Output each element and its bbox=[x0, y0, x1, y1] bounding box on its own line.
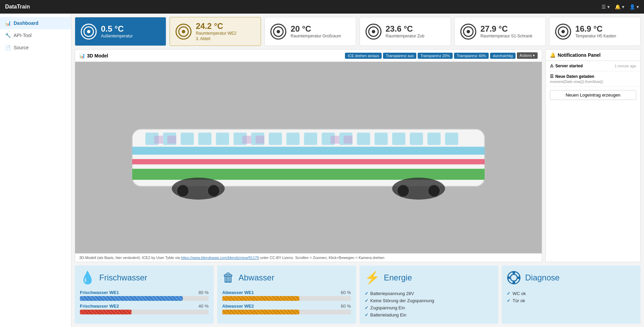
abwasser-we2-label: Abwasser WE2 bbox=[222, 304, 254, 309]
app-brand: DataTrain bbox=[5, 4, 30, 10]
model-footer: 3D-Modell (als Basis, hier verändert): I… bbox=[75, 253, 542, 262]
model-footer-text: 3D-Modell (als Basis, hier verändert): I… bbox=[79, 256, 181, 260]
energie-item-1: Batteriepsannung 28V bbox=[365, 290, 493, 297]
btn-rotate[interactable]: ICE drehen an/aus bbox=[345, 53, 382, 59]
model-title-text: 3D Model bbox=[87, 53, 108, 58]
new-log-button[interactable]: Neuen Logeintrag erzeugen bbox=[550, 90, 636, 100]
sidebar: 📊 Dashboard 🔧 API-Tool 📄 Source bbox=[0, 14, 71, 327]
notif-header: 🔔 Notifications Panel bbox=[546, 50, 640, 61]
temp-info-2: 24.2 °C Raumtemperatur WE2 3. Abteil bbox=[196, 21, 236, 41]
model-title: 📊 3D Model bbox=[79, 53, 108, 58]
btn-actions[interactable]: Actions ▾ bbox=[517, 52, 538, 59]
frischwasser-we2-value: 40 % bbox=[198, 304, 209, 309]
model-canvas[interactable] bbox=[75, 62, 542, 253]
svg-point-55 bbox=[512, 281, 515, 284]
svg-rect-19 bbox=[132, 147, 485, 154]
svg-rect-21 bbox=[132, 169, 485, 179]
model-panel: 📊 3D Model ICE drehen an/aus Transparenz… bbox=[75, 49, 542, 262]
card-abwasser: 🗑 Abwasser Abwasser WE1 60 % Abwasser WE… bbox=[217, 265, 356, 324]
svg-rect-50 bbox=[330, 136, 339, 143]
sidebar-item-source[interactable]: 📄 Source bbox=[0, 41, 71, 54]
navbar: DataTrain ☰ ▾ 🔔 ▾ 👤 ▾ bbox=[0, 0, 644, 14]
frischwasser-we2: Frischwasser WE2 40 % bbox=[80, 304, 209, 314]
abwasser-we2-bar-bg bbox=[222, 310, 351, 314]
dashboard-icon: 📊 bbox=[5, 20, 11, 26]
model-footer-link[interactable]: https://www.blendswap.com/blends/view/81… bbox=[181, 256, 259, 260]
svg-point-42 bbox=[177, 185, 189, 197]
temp-tile-zub: 23.6 °C Raumtemperatur Zub bbox=[360, 17, 451, 46]
navbar-bell-icon[interactable]: 🔔 ▾ bbox=[615, 4, 624, 10]
svg-rect-49 bbox=[256, 136, 264, 143]
bottom-cards-row: 💧 Frischwasser Frischwasser WE1 80 % Fri… bbox=[75, 265, 641, 324]
svg-rect-31 bbox=[304, 133, 317, 145]
svg-rect-37 bbox=[410, 133, 423, 145]
notif-daten-title: ☰ Neue Daten geladen bbox=[550, 74, 594, 79]
notif-server-title-text: Server started bbox=[555, 64, 583, 68]
energie-icon: ⚡ bbox=[365, 271, 380, 285]
temp-tile-raumtemp-we2: 24.2 °C Raumtemperatur WE2 3. Abteil bbox=[170, 17, 261, 46]
sidebar-label-source: Source bbox=[14, 45, 29, 50]
svg-rect-51 bbox=[344, 136, 352, 143]
temp-tile-grossraum: 20 °C Raumtemperatur Großraum bbox=[264, 17, 356, 46]
sidebar-item-api-tool[interactable]: 🔧 API-Tool bbox=[0, 29, 71, 41]
svg-point-56 bbox=[507, 276, 510, 279]
svg-rect-30 bbox=[286, 133, 300, 145]
temp-label-6: Temperatur H5 Kasten bbox=[575, 34, 616, 39]
notif-daten-title-text: Neue Daten geladen bbox=[555, 74, 594, 79]
svg-rect-34 bbox=[357, 133, 370, 145]
btn-transparency-40[interactable]: Transparenz 40% bbox=[454, 53, 489, 59]
navbar-grid-icon[interactable]: ☰ ▾ bbox=[602, 4, 610, 10]
energie-item-4: Batterieladung Ein bbox=[365, 311, 493, 319]
frischwasser-we2-label: Frischwasser WE2 bbox=[80, 304, 119, 309]
notif-title: Notifications Panel bbox=[558, 52, 601, 58]
model-footer-suffix: unter CC-BY Lizenz. Scrollen = Zoomen, K… bbox=[259, 256, 384, 260]
svg-point-5 bbox=[182, 30, 185, 33]
svg-point-43 bbox=[208, 185, 220, 197]
notif-item-daten-header: ☰ Neue Daten geladen bbox=[550, 74, 636, 79]
card-energie: ⚡ Energie Batteriepsannung 28V Keine Stö… bbox=[360, 265, 499, 324]
frischwasser-we2-bar-fill bbox=[80, 310, 132, 314]
card-frischwasser-header: 💧 Frischwasser bbox=[80, 271, 209, 285]
btn-transparent[interactable]: durchsichtig bbox=[490, 53, 516, 59]
frischwasser-title: Frischwasser bbox=[99, 273, 147, 282]
svg-point-11 bbox=[372, 30, 375, 33]
svg-point-8 bbox=[277, 30, 280, 33]
bullseye-icon-3 bbox=[270, 23, 286, 40]
abwasser-title: Abwasser bbox=[239, 273, 274, 282]
temp-value-2: 24.2 °C bbox=[196, 21, 236, 31]
frischwasser-we1-value: 80 % bbox=[198, 290, 209, 295]
notifications-panel: 🔔 Notifications Panel ⚠ Server started 1… bbox=[545, 49, 641, 262]
svg-point-14 bbox=[467, 30, 470, 33]
model-header: 📊 3D Model ICE drehen an/aus Transparenz… bbox=[75, 50, 542, 62]
temp-value-4: 23.6 °C bbox=[386, 24, 424, 34]
svg-rect-47 bbox=[168, 136, 176, 143]
diagnose-item-2: Tür ok bbox=[507, 297, 636, 304]
navbar-user-icon[interactable]: 👤 ▾ bbox=[629, 4, 639, 10]
sidebar-label-dashboard: Dashboard bbox=[14, 20, 38, 26]
middle-row: 📊 3D Model ICE drehen an/aus Transparenz… bbox=[75, 49, 641, 262]
svg-point-17 bbox=[561, 30, 565, 33]
notif-server-time: 1 minute ago bbox=[614, 64, 636, 68]
notif-daten-sub: moment(Date.now()).fromNow(); bbox=[550, 80, 636, 84]
notif-server-title: ⚠ Server started bbox=[550, 64, 583, 68]
diagnose-item-1: WC ok bbox=[507, 290, 636, 297]
energie-checklist: Batteriepsannung 28V Keine Störung der Z… bbox=[365, 290, 493, 319]
temp-value-1: 0.5 °C bbox=[101, 24, 133, 34]
svg-rect-24 bbox=[180, 133, 194, 145]
sidebar-label-api-tool: API-Tool bbox=[14, 33, 32, 38]
svg-rect-48 bbox=[242, 136, 251, 143]
sidebar-item-dashboard[interactable]: 📊 Dashboard bbox=[0, 17, 71, 29]
svg-point-57 bbox=[518, 276, 520, 279]
abwasser-we2: Abwasser WE2 60 % bbox=[222, 304, 351, 314]
bullseye-icon-2 bbox=[175, 23, 192, 40]
train-3d-model bbox=[110, 103, 507, 213]
bullseye-icon-4 bbox=[365, 23, 382, 40]
temp-info-3: 20 °C Raumtemperatur Großraum bbox=[291, 24, 341, 39]
btn-transparency-20[interactable]: Transparenz 20% bbox=[418, 53, 452, 59]
btn-transparency-off[interactable]: Transparenz aus bbox=[383, 53, 416, 59]
svg-rect-39 bbox=[445, 133, 458, 145]
frischwasser-we1-bar-fill bbox=[80, 296, 183, 301]
svg-rect-29 bbox=[269, 133, 282, 145]
svg-rect-38 bbox=[428, 133, 441, 145]
navbar-right: ☰ ▾ 🔔 ▾ 👤 ▾ bbox=[602, 4, 639, 10]
